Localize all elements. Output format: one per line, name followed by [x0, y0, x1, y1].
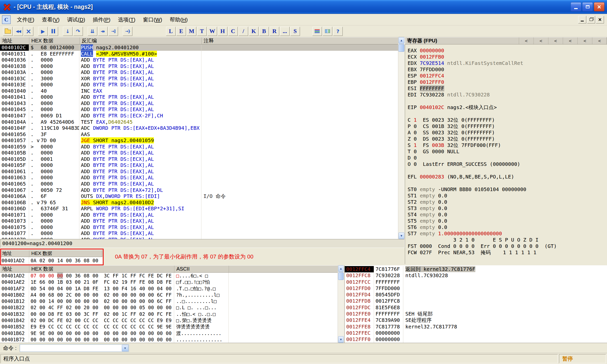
disasm-row[interactable]: 0040106B. v79 65JNS SHORT nags2.004010D2	[0, 199, 398, 206]
toolbar-source-window-button[interactable]: S	[290, 27, 300, 36]
disasm-row[interactable]: 00401065.0000ADD BYTE PTR DS:[EAX],AL	[0, 181, 398, 187]
toolbar-trace-over-button[interactable]: ↠	[98, 27, 108, 36]
dump-row[interactable]: 00401B7200000000000000000000000000000000…	[0, 336, 338, 343]
disasm-row[interactable]: 0040104F.119C10 944B3D8AADC DWORD PTR DS…	[0, 125, 398, 131]
toolbar-executables-window-button[interactable]: E	[176, 27, 186, 36]
menu-item-debug[interactable]: 调试(D)	[63, 14, 89, 25]
disasm-row[interactable]: 00401045.0000ADD BYTE PTR DS:[EAX],AL	[0, 106, 398, 113]
disasm-row[interactable]: 00401038.0000ADD BYTE PTR DS:[EAX],AL	[0, 63, 398, 69]
dump-row[interactable]: 00401B02A40068002C0000000200000000006CFF…	[0, 292, 338, 298]
disasm-row[interactable]: 00401063.0000ADD BYTE PTR DS:[EAX],AL	[0, 174, 398, 181]
stack-row[interactable]: 0012FFCCFFFFFFFF	[345, 279, 607, 285]
cpu-window-icon[interactable]: C	[2, 15, 11, 24]
scroll-thumb[interactable]	[399, 44, 404, 52]
stack-row[interactable]: 0012FFD480545DFD	[345, 292, 607, 298]
disasm-row[interactable]: 0040105D.0001ADD BYTE PTR DS:[ECX],AL	[0, 156, 398, 162]
disasm-row[interactable]: 00401067.0050 72ADD BYTE PTR DS:[EAX+72]…	[0, 187, 398, 193]
disasm-row[interactable]: 0040105F.0000ADD BYTE PTR DS:[EAX],AL	[0, 162, 398, 168]
disasm-row[interactable]: 00401073.0000ADD BYTE PTR DS:[EAX],AL	[0, 218, 398, 224]
toolbar-step-into-button[interactable]: ↓	[63, 27, 73, 36]
dump-row[interactable]: 00401B52E9E9CCCCCCCCCCCCCCCCCCCCCCCC9E9E…	[0, 324, 338, 330]
disasm-row[interactable]: 00401075.0000ADD BYTE PTR DS:[EAX],AL	[0, 224, 398, 230]
command-input[interactable]: ▼	[20, 344, 129, 352]
stack-row[interactable]: 0012FFDC81E5F6E8	[345, 304, 607, 311]
disasm-row[interactable]: 00401061.0000ADD BYTE PTR DS:[EAX],AL	[0, 168, 398, 175]
disasm-row[interactable]: 00401041.0000ADD BYTE PTR DS:[EAX],AL	[0, 94, 398, 100]
disasm-row[interactable]: 0040104A.A9 452640D6TEST EAX,D6402645	[0, 119, 398, 125]
disasm-row[interactable]: 00401059>0000ADD BYTE PTR DS:[EAX],AL	[0, 144, 398, 150]
toolbar-patches-window-button[interactable]: /	[239, 27, 248, 36]
toolbar-memory-window-button[interactable]: M	[187, 27, 196, 36]
mdi-restore-button[interactable]	[587, 16, 595, 23]
menu-item-help[interactable]: 帮助(H)	[166, 14, 192, 25]
toolbar-windows-list-button[interactable]	[312, 27, 322, 36]
command-dropdown-button[interactable]: ▼	[122, 345, 128, 351]
disasm-row[interactable]: 00401079.0000ADD BYTE PTR DS:[EAX],AL	[0, 237, 398, 239]
stack-row[interactable]: 0012FFEC00000000	[345, 330, 607, 336]
registers-pane-button-5[interactable]: <	[592, 37, 607, 44]
toolbar-go-to-button[interactable]: →}	[123, 27, 132, 36]
scroll-down-button[interactable]: ▼	[399, 232, 404, 239]
registers-pane-button-0[interactable]: <	[519, 37, 533, 44]
stack-row[interactable]: 0012FFE87C817778kernel32.7C817778	[345, 324, 607, 330]
disasm-row[interactable]: 0040105B.0000ADD BYTE PTR DS:[EAX],AL	[0, 150, 398, 156]
toolbar-cpu-window-button[interactable]: C	[228, 27, 238, 36]
disasm-row[interactable]: 00401077.0000ADD BYTE PTR DS:[EAX],AL	[0, 230, 398, 237]
disasm-row[interactable]: 0040106D.63746F 31ARPL WORD PTR DS:[EDI+…	[0, 205, 398, 212]
dump-scrollbar[interactable]: ▲ ▼	[338, 265, 344, 343]
menu-item-plugins[interactable]: 插件(P)	[89, 14, 114, 25]
toolbar-close-program-button[interactable]: ×	[24, 27, 33, 36]
menu-item-file[interactable]: 文件(F)	[13, 14, 38, 25]
registers-pane-button-2[interactable]: <	[548, 37, 563, 44]
registers-pane-button-4[interactable]: <	[577, 37, 592, 44]
toolbar-handles-window-button[interactable]: H	[218, 27, 227, 36]
disasm-row[interactable]: 00401040.40INC EAX	[0, 88, 398, 94]
dump-row[interactable]: 00401B420200DCFE0200CCCCCCCCCCCCCCCCE9E9…	[0, 317, 338, 324]
toolbar-appearance-button[interactable]	[323, 27, 332, 36]
disasm-row[interactable]: 0040103E.0000ADD BYTE PTR DS:[EAX],AL	[0, 82, 398, 88]
toolbar-run-trace-window-button[interactable]: ...	[280, 27, 290, 36]
menu-item-window[interactable]: 窗口(W)	[139, 14, 166, 25]
toolbar-restart-button[interactable]: ◀◀	[13, 27, 23, 36]
stack-row[interactable]: 0012FFD80012FFC8	[345, 298, 607, 304]
stack-row[interactable]: 0012FFE47C839A90SE处理程序	[345, 317, 607, 323]
disasm-row[interactable]: 00401036.0000ADD BYTE PTR DS:[EAX],AL	[0, 57, 398, 63]
patch-snippet-row[interactable]: 00401AD2 0A02001400360800	[0, 257, 102, 264]
dump-row[interactable]: 00401AF20D540004001AD8FE1300F41640000400…	[0, 285, 338, 292]
disassembly-scrollbar[interactable]: ▲ ▼	[398, 37, 405, 239]
menu-item-view[interactable]: 查看(V)	[38, 14, 63, 25]
disasm-row[interactable]: 0040102C$68 00124000PUSH nags2.00401200	[0, 44, 398, 51]
toolbar-open-button[interactable]	[3, 27, 13, 36]
disasm-row[interactable]: 00401057. v7D 00JGE SHORT nags2.00401059	[0, 137, 398, 144]
stack-row[interactable]: 0012FFE0FFFFFFFFSEH 链尾部	[345, 311, 607, 317]
scroll-down-button[interactable]: ▼	[338, 336, 344, 343]
dump-row[interactable]: 00401B2202004CFF020020000000000005000000…	[0, 304, 338, 311]
stack-row[interactable]: 0012FFC87C930228ntdll.7C930228	[345, 272, 607, 279]
mdi-minimize-button[interactable]	[578, 16, 586, 23]
dump-row[interactable]: 00401B629E9E0000000000000000000000000000…	[0, 330, 338, 336]
disasm-row[interactable]: 00401071.0000ADD BYTE PTR DS:[EAX],AL	[0, 212, 398, 218]
toolbar-step-over-button[interactable]: ↷	[73, 27, 83, 36]
registers-pane-button-1[interactable]: <	[533, 37, 548, 44]
toolbar-log-window-button[interactable]: L	[166, 27, 176, 36]
toolbar-threads-window-button[interactable]: T	[197, 27, 207, 36]
menu-item-options[interactable]: 选项(T)	[114, 14, 139, 25]
disasm-row[interactable]: 00401047.0069 D1ADD BYTE PTR DS:[ECX-2F]…	[0, 113, 398, 119]
disasm-row[interactable]: 0040103A.0000ADD BYTE PTR DS:[EAX],AL	[0, 69, 398, 75]
disasm-row[interactable]: 0040103C.3000XOR BYTE PTR DS:[EAX],AL	[0, 75, 398, 82]
dump-row[interactable]: 00401AE21E66001B0300210FFC0219FFFE08D8FE…	[0, 279, 338, 285]
stack-row[interactable]: 0012FFF000000000	[345, 336, 607, 343]
toolbar-breakpoints-window-button[interactable]: B	[259, 27, 269, 36]
minimize-button[interactable]	[571, 2, 581, 11]
mdi-close-button[interactable]: ×	[596, 16, 604, 23]
toolbar-references-window-button[interactable]: R	[270, 27, 279, 36]
dump-row[interactable]: 00401B320000D8FE03003CFF02001CFF0200FCFE…	[0, 311, 338, 317]
stack-row[interactable]: 0012FFD07FFDD000	[345, 285, 607, 292]
toolbar-pause-button[interactable]	[49, 27, 58, 36]
toolbar-help-button[interactable]: ?	[333, 27, 343, 36]
scroll-up-button[interactable]: ▲	[338, 265, 344, 272]
disasm-row[interactable]: 0040106A.6FOUTS DX,DWORD PTR ES:[EDI]I/O…	[0, 193, 398, 199]
dump-row[interactable]: 00401B1200001400000000000200000000006CFF…	[0, 298, 338, 304]
registers-pane-button-3[interactable]: <	[563, 37, 577, 44]
close-button[interactable]: ×	[594, 2, 604, 11]
